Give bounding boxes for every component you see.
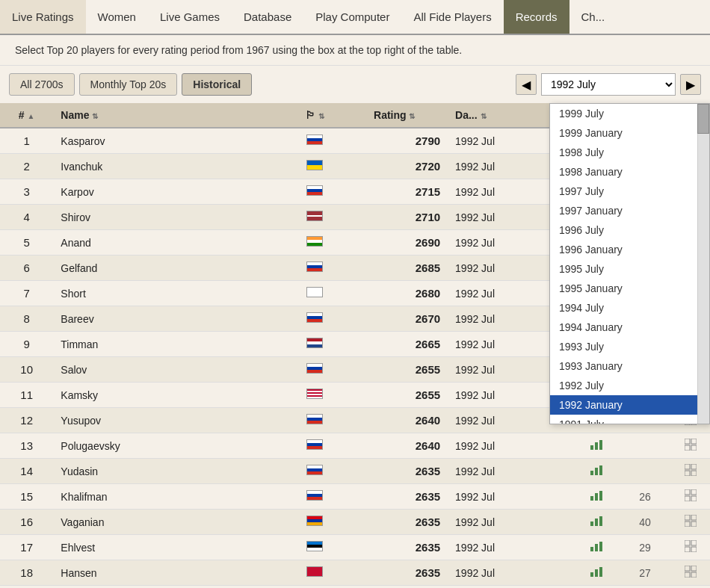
cell-grid[interactable] — [672, 586, 710, 589]
flag-icon — [306, 211, 323, 221]
svg-rect-125 — [691, 572, 697, 578]
cell-grid[interactable] — [672, 535, 710, 560]
cell-name[interactable]: Bareev — [53, 306, 288, 332]
nav-records[interactable]: Records — [504, 0, 569, 34]
dropdown-option[interactable]: 1995 July — [550, 259, 709, 279]
flag-icon — [306, 287, 323, 297]
dropdown-option[interactable]: 1994 July — [550, 298, 709, 318]
svg-rect-109 — [691, 515, 697, 520]
col-rating[interactable]: Rating ⇅ — [341, 103, 448, 128]
nav-live-games[interactable]: Live Games — [148, 0, 232, 34]
main-nav: Live Ratings Women Live Games Database P… — [0, 0, 710, 35]
cell-name[interactable]: Yudasin — [53, 459, 288, 484]
dropdown-option[interactable]: 1997 January — [550, 201, 709, 220]
cell-grid[interactable] — [672, 484, 710, 510]
cell-rating: 2655 — [341, 383, 448, 408]
cell-chart[interactable] — [575, 433, 618, 459]
dropdown-option[interactable]: 1999 January — [550, 123, 709, 143]
cell-rating: 2635 — [341, 560, 448, 586]
dropdown-option[interactable]: 1996 January — [550, 240, 709, 259]
cell-flag — [288, 179, 341, 205]
svg-rect-85 — [595, 442, 598, 450]
cell-name[interactable]: Kamsky — [53, 383, 288, 408]
cell-name[interactable]: Epishin — [53, 586, 288, 589]
cell-grid[interactable] — [672, 433, 710, 459]
cell-name[interactable]: Timman — [53, 332, 288, 357]
cell-chart[interactable] — [575, 560, 618, 586]
cell-chart[interactable] — [575, 586, 618, 589]
flag-icon — [306, 236, 323, 247]
tab-all2700s[interactable]: All 2700s — [9, 73, 75, 96]
cell-games-num — [618, 459, 671, 484]
tab-historical[interactable]: Historical — [182, 73, 252, 96]
scrollbar-thumb[interactable] — [697, 104, 709, 134]
dropdown-option[interactable]: 1998 January — [550, 162, 709, 182]
nav-play-computer[interactable]: Play Computer — [303, 0, 401, 34]
cell-name[interactable]: Ehlvest — [53, 535, 288, 560]
svg-rect-92 — [595, 468, 598, 475]
cell-date: 1992 Jul — [448, 535, 575, 560]
cell-games-num: 40 — [618, 510, 671, 535]
chart-icon — [590, 465, 605, 477]
nav-all-fide[interactable]: All Fide Players — [401, 0, 503, 34]
cell-chart[interactable] — [575, 459, 618, 484]
cell-date: 1992 Jul — [448, 510, 575, 535]
cell-games-num — [618, 433, 671, 459]
dropdown-option[interactable]: 1994 January — [550, 318, 709, 337]
cell-name[interactable]: Shirov — [53, 205, 288, 230]
cell-rating: 2635 — [341, 510, 448, 535]
flag-icon — [306, 414, 323, 424]
dropdown-option[interactable]: 1992 January — [550, 395, 709, 415]
cell-flag — [288, 128, 341, 154]
dropdown-option[interactable]: 1992 July — [550, 376, 709, 395]
cell-chart[interactable] — [575, 484, 618, 510]
cell-name[interactable]: Gelfand — [53, 256, 288, 281]
cell-chart[interactable] — [575, 510, 618, 535]
grid-icon — [685, 441, 697, 453]
tab-monthly[interactable]: Monthly Top 20s — [79, 73, 178, 96]
cell-name[interactable]: Hansen — [53, 560, 288, 586]
period-dropdown[interactable]: 1999 July1999 January1998 July1998 Janua… — [549, 103, 710, 424]
cell-name[interactable]: Short — [53, 281, 288, 306]
cell-chart[interactable] — [575, 535, 618, 560]
col-flag: 🏳 ⇅ — [288, 103, 341, 128]
cell-grid[interactable] — [672, 560, 710, 586]
dropdown-option[interactable]: 1998 July — [550, 143, 709, 162]
cell-rank: 5 — [0, 230, 53, 256]
next-period-button[interactable]: ▶ — [680, 74, 701, 95]
cell-name[interactable]: Karpov — [53, 179, 288, 205]
dropdown-option[interactable]: 1997 July — [550, 182, 709, 201]
dropdown-option[interactable]: 1996 July — [550, 220, 709, 240]
nav-live-ratings[interactable]: Live Ratings — [0, 0, 86, 34]
nav-more[interactable]: Ch... — [569, 0, 617, 34]
flag-icon — [306, 338, 323, 348]
cell-name[interactable]: Vaganian — [53, 510, 288, 535]
table-row: 14Yudasin26351992 Jul — [0, 459, 710, 484]
cell-name[interactable]: Anand — [53, 230, 288, 256]
col-name[interactable]: Name ⇅ — [53, 103, 288, 128]
cell-grid[interactable] — [672, 459, 710, 484]
dropdown-option[interactable]: 1995 January — [550, 279, 709, 298]
cell-name[interactable]: Ivanchuk — [53, 154, 288, 179]
cell-date: 1992 Jul — [448, 560, 575, 586]
cell-flag — [288, 256, 341, 281]
cell-name[interactable]: Yusupov — [53, 408, 288, 433]
cell-rating: 2715 — [341, 179, 448, 205]
dropdown-option[interactable]: 1999 July — [550, 104, 709, 123]
cell-name[interactable]: Khalifman — [53, 484, 288, 510]
cell-grid[interactable] — [672, 510, 710, 535]
cell-name[interactable]: Kasparov — [53, 128, 288, 154]
prev-period-button[interactable]: ◀ — [516, 74, 537, 95]
scrollbar-track[interactable] — [697, 104, 709, 424]
nav-women[interactable]: Women — [86, 0, 148, 34]
nav-database[interactable]: Database — [232, 0, 303, 34]
chart-icon — [590, 491, 605, 503]
cell-name[interactable]: Salov — [53, 357, 288, 383]
dropdown-option[interactable]: 1993 July — [550, 337, 709, 356]
cell-name[interactable]: Polugaevsky — [53, 433, 288, 459]
period-select[interactable]: 1999 July1999 January1998 July1998 Janua… — [541, 73, 676, 96]
dropdown-option[interactable]: 1993 January — [550, 356, 709, 376]
dropdown-option[interactable]: 1991 July — [550, 415, 709, 424]
svg-rect-120 — [595, 569, 598, 577]
cell-rank: 12 — [0, 408, 53, 433]
